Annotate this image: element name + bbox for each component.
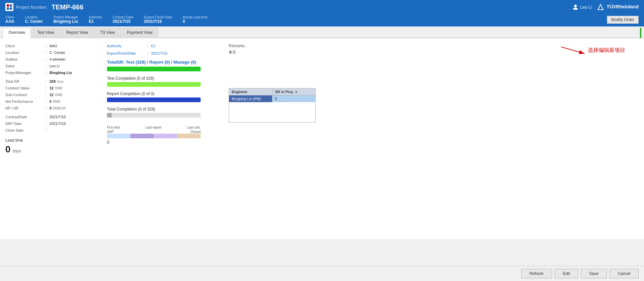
project-label: Project Number: — [16, 5, 47, 10]
info-expect-finish-value: 2021/7/15 — [151, 51, 168, 55]
info-contract-date-value: 2021/7/15 — [49, 115, 66, 119]
sub-authority: Authority E1 — [89, 15, 102, 24]
info-pm-label: ProjectManager — [5, 71, 45, 75]
engineer-name-cell: Bingbing Liu (PM) — [229, 95, 273, 102]
test-bar-fill — [107, 82, 201, 87]
left-panel: Client : AAG Location : C. Center Sublin… — [5, 44, 99, 234]
svg-point-4 — [574, 5, 577, 7]
company-logo: TÜVRheinland — [597, 4, 639, 10]
info-net-perf-value: 0 — [49, 99, 51, 103]
sub-client: Client AAG — [5, 15, 14, 24]
info-sap-date-value: 2021/7/15 — [49, 122, 66, 126]
info-contract-date-row: ContractDate : 2021/7/15 — [5, 115, 99, 119]
tab-ts-view[interactable]: TS View — [94, 28, 120, 38]
timeline-closed-label: Closed — [187, 130, 201, 134]
timeline-first-test-label: First test — [107, 126, 120, 129]
total-bar-container — [107, 113, 201, 118]
info-authority-row: Authority : E1 — [107, 44, 221, 48]
sub-authority-value: E1 — [89, 19, 102, 24]
user-name: Leo Li — [580, 5, 592, 10]
info-close-date-row: Close Date : — [5, 128, 99, 133]
user-icon — [573, 4, 578, 10]
info-contract-value-unit: RMB — [55, 86, 62, 90]
sub-location: Location C. Center — [25, 15, 43, 24]
info-net-perf-label: Net Performance — [5, 99, 45, 103]
report-completion-progress: Report Completion (0 of 0) — [107, 91, 221, 102]
sr-in-proj-col-header[interactable]: SR in Proj. ▼ — [273, 88, 316, 95]
info-contract-value-label: Contract Value — [5, 86, 45, 90]
info-pm-value: Bingbing Liu — [49, 71, 72, 75]
total-sr-label: TotalSR: Test (329) / Report (0) / Manag… — [107, 60, 221, 65]
main-content: Client : AAG Location : C. Center Sublin… — [0, 38, 644, 239]
sub-location-label: Location — [25, 15, 43, 19]
header-right: Leo Li TÜVRheinland — [573, 4, 639, 10]
sub-actual-lead: Actual Lead time 0 — [183, 15, 208, 24]
info-subline-row: Subline : 4-wheeler — [5, 57, 99, 62]
test-completion-progress: Test Completion (0 of 329) — [107, 76, 221, 87]
test-bar-container — [107, 82, 201, 87]
middle-panel: Authority : E1 ExpectFinishDate : 2021/7… — [107, 44, 221, 234]
info-sales-value: Leo Li — [49, 64, 60, 68]
report-bar-container — [107, 97, 201, 102]
total-sr-bar-container — [107, 67, 201, 71]
info-contract-value-value: 12 — [49, 86, 53, 90]
sub-manager: Project Manager Bingbing Liu — [53, 15, 78, 24]
sub-contract-date-value: 2021/7/15 — [113, 19, 133, 24]
tab-payment-view[interactable]: Payment View — [121, 28, 158, 38]
info-sap-date-label: SAP Date — [5, 122, 45, 126]
total-sr-progress: TotalSR: Test (329) / Report (0) / Manag… — [107, 60, 221, 71]
engineer-col-header[interactable]: Engineer — [229, 88, 273, 95]
timeline-top-labels: First test Last report Last cert. — [107, 126, 201, 129]
svg-line-8 — [561, 47, 584, 54]
info-sap-date-row: SAP Date : 2021/7/15 — [5, 121, 99, 126]
info-np-sr-unit: RMB/SR — [53, 107, 66, 110]
info-location-value: C. Center — [49, 51, 65, 55]
info-np-sr-label: NP / SR — [5, 106, 45, 110]
timeline-last-cert-label: Last cert. — [187, 126, 201, 129]
annotation-text: 选择编辑新项目 — [588, 47, 625, 54]
total-completion-progress: Total Completion (0 of 329) — [107, 107, 221, 118]
annotation-container: 选择编辑新项目 — [561, 44, 625, 57]
right-panel: Remarks 备注 选择编辑新项目 Engineer SR in Proj. — [229, 44, 639, 234]
tab-report-view[interactable]: Report View — [61, 28, 94, 38]
svg-rect-0 — [7, 4, 9, 7]
lead-time-value: 0 — [5, 144, 11, 155]
total-sr-bar-fill — [107, 67, 201, 71]
sub-location-value: C. Center — [25, 19, 43, 24]
modify-order-button[interactable]: Modify Order — [607, 16, 639, 24]
app-logo-icon — [5, 3, 13, 11]
info-net-perf-row: Net Performance : 0 RMB — [5, 99, 99, 104]
timeline-zero-label: 0 — [107, 140, 221, 145]
info-pm-row: ProjectManager : Bingbing Liu — [5, 70, 99, 75]
tabs-bar: Overview Test View Report View TS View P… — [0, 26, 644, 38]
sub-client-value: AAG — [5, 19, 14, 24]
info-subline-value: 4-wheeler — [49, 57, 66, 61]
info-subline-label: Subline — [5, 57, 45, 61]
header: Project Number: TEMP-666 Leo Li TÜVRhein… — [0, 0, 644, 14]
user-info: Leo Li — [573, 4, 592, 10]
timeline-section: First test Last report Last cert. SAP Cl… — [107, 126, 221, 145]
tab-overview[interactable]: Overview — [3, 28, 31, 38]
info-net-perf-unit: RMB — [53, 100, 60, 103]
timeline-last-report-segment — [130, 134, 154, 138]
red-arrow-icon — [561, 44, 588, 57]
svg-rect-3 — [10, 7, 12, 10]
info-sales-label: Sales — [5, 64, 45, 68]
info-sub-contract-value: 12 — [49, 93, 53, 97]
info-contract-date-label: ContractDate — [5, 115, 45, 119]
info-client-value: AAG — [49, 44, 57, 48]
header-left: Project Number: TEMP-666 — [5, 3, 84, 11]
info-expect-finish-label: ExpectFinishDate — [107, 51, 147, 55]
tab-test-view[interactable]: Test View — [31, 28, 60, 38]
svg-point-5 — [573, 8, 578, 10]
report-bar-fill — [107, 97, 201, 102]
info-client-label: Client — [5, 44, 45, 48]
engineer-table-body: Bingbing Liu (PM) 0 — [229, 95, 315, 122]
sub-manager-label: Project Manager — [53, 15, 78, 19]
info-expect-finish-row: ExpectFinishDate : 2021/7/15 — [107, 51, 221, 56]
info-sub-contract-label: Sub-Contract — [5, 93, 45, 97]
sub-authority-label: Authority — [89, 15, 102, 19]
info-total-sr-row: Total SR : 329 hour — [5, 79, 99, 84]
company-name: TÜVRheinland — [607, 4, 639, 9]
sub-expect-finish: Expect Finish Date 2021/7/15 — [144, 15, 172, 24]
